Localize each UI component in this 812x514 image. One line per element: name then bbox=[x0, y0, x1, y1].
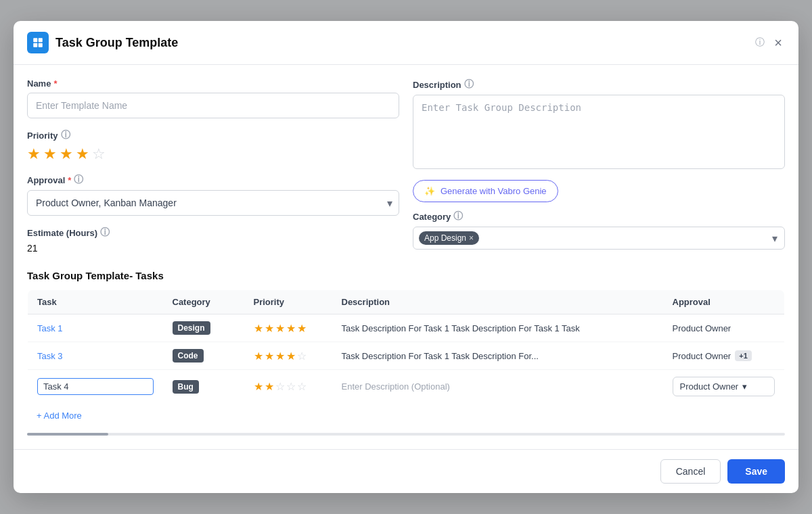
name-field-group: Name* bbox=[27, 78, 399, 118]
approval-select-wrapper: Product Owner, Kanban Manager ▾ bbox=[27, 190, 399, 216]
star-2[interactable]: ★ bbox=[43, 145, 57, 163]
svg-rect-1 bbox=[39, 38, 43, 42]
approval-dropdown[interactable]: Product Owner ▾ bbox=[673, 377, 775, 396]
task-cell: Task 3 bbox=[28, 342, 163, 370]
modal-overlay: Task Group Template ⓘ × Name* bbox=[0, 0, 812, 514]
category-field-group: Category ⓘ App Design × ▾ bbox=[413, 210, 785, 250]
description-field-group: Description ⓘ bbox=[413, 78, 785, 172]
name-label: Name* bbox=[27, 78, 399, 89]
mini-stars: ★ ★ ★ ★ ★ bbox=[254, 322, 323, 335]
table-row: Bug ★ ★ ☆ ☆ ☆ bbox=[28, 370, 785, 404]
col-header-task: Task bbox=[28, 290, 163, 314]
mini-star: ★ bbox=[297, 322, 307, 335]
generate-btn[interactable]: ✨ Generate with Vabro Genie bbox=[413, 180, 558, 202]
template-name-input[interactable] bbox=[27, 93, 399, 118]
priority-field-group: Priority ⓘ ★ ★ ★ ★ ☆ bbox=[27, 129, 399, 163]
modal: Task Group Template ⓘ × Name* bbox=[14, 21, 798, 493]
col-header-category: Category bbox=[163, 290, 244, 314]
description-placeholder: Enter Description (Optional) bbox=[342, 381, 450, 392]
mini-star: ★ bbox=[275, 350, 285, 363]
form-left: Name* Priority ⓘ ★ ★ ★ bbox=[27, 78, 399, 254]
generate-btn-label: Generate with Vabro Genie bbox=[441, 186, 547, 196]
svg-rect-2 bbox=[33, 43, 37, 47]
description-textarea[interactable] bbox=[413, 95, 785, 169]
category-chevron-icon: ▾ bbox=[772, 232, 777, 245]
priority-stars[interactable]: ★ ★ ★ ★ ☆ bbox=[27, 145, 399, 163]
approval-label: Approval* ⓘ bbox=[27, 174, 399, 186]
tasks-table: Task Category Priority Description Appro… bbox=[27, 289, 785, 404]
mini-stars: ★ ★ ☆ ☆ ☆ bbox=[254, 380, 323, 393]
add-more-button[interactable]: + Add More bbox=[27, 404, 785, 427]
category-select-wrapper[interactable]: App Design × ▾ bbox=[413, 227, 785, 250]
approval-cell: Product Owner +1 bbox=[663, 342, 785, 370]
task-name-input[interactable] bbox=[37, 378, 154, 395]
mini-star: ★ bbox=[254, 350, 263, 363]
description-cell: Task Description For Task 1 Task Descrip… bbox=[332, 314, 663, 342]
svg-rect-3 bbox=[39, 43, 43, 47]
mini-star: ★ bbox=[254, 380, 263, 393]
modal-body: Name* Priority ⓘ ★ ★ ★ bbox=[14, 65, 798, 449]
scrollbar-track bbox=[27, 433, 785, 436]
star-5[interactable]: ☆ bbox=[92, 145, 106, 163]
col-header-description: Description bbox=[332, 290, 663, 314]
mini-star: ★ bbox=[265, 380, 274, 393]
category-badge: Code bbox=[173, 349, 204, 363]
scrollbar-thumb bbox=[27, 433, 108, 436]
mini-star: ☆ bbox=[286, 380, 296, 393]
priority-info-icon: ⓘ bbox=[61, 129, 70, 141]
task-link[interactable]: Task 3 bbox=[37, 351, 63, 361]
wand-icon: ✨ bbox=[424, 186, 435, 196]
table-row: Task 3 Code ★ ★ ★ ★ bbox=[28, 342, 785, 370]
tasks-section: Task Group Template- Tasks Task Category… bbox=[27, 270, 785, 436]
mini-star: ★ bbox=[265, 322, 274, 335]
priority-cell: ★ ★ ★ ★ ★ bbox=[244, 314, 332, 342]
category-tag: App Design × bbox=[419, 231, 479, 245]
star-3[interactable]: ★ bbox=[60, 145, 73, 163]
description-info-icon: ⓘ bbox=[464, 78, 474, 91]
title-info-icon: ⓘ bbox=[755, 37, 765, 49]
mini-star: ★ bbox=[265, 350, 274, 363]
tasks-section-title: Task Group Template- Tasks bbox=[27, 270, 785, 281]
task-cell: Task 1 bbox=[28, 314, 163, 342]
category-tag-remove-icon[interactable]: × bbox=[469, 233, 474, 243]
modal-footer: Cancel Save bbox=[14, 449, 798, 493]
description-cell: Task Description For Task 1 Task Descrip… bbox=[332, 342, 663, 370]
approval-text: Product Owner bbox=[673, 323, 731, 333]
approval-field-group: Approval* ⓘ Product Owner, Kanban Manage… bbox=[27, 174, 399, 216]
description-text: Task Description For Task 1 Task Descrip… bbox=[342, 323, 580, 333]
cancel-button[interactable]: Cancel bbox=[660, 459, 721, 484]
approval-info-icon: ⓘ bbox=[74, 174, 83, 186]
mini-star: ☆ bbox=[297, 350, 307, 363]
table-row: Task 1 Design ★ ★ ★ ★ bbox=[28, 314, 785, 342]
mini-star: ★ bbox=[286, 350, 296, 363]
approval-text: Product Owner bbox=[673, 351, 731, 361]
estimate-value: 21 bbox=[27, 243, 399, 254]
close-button[interactable]: × bbox=[771, 33, 785, 52]
priority-cell: ★ ★ ☆ ☆ ☆ bbox=[244, 370, 332, 404]
category-tag-label: App Design bbox=[424, 233, 466, 243]
mini-star: ★ bbox=[275, 322, 285, 335]
description-text: Task Description For Task 1 Task Descrip… bbox=[342, 351, 539, 361]
modal-header: Task Group Template ⓘ × bbox=[14, 21, 798, 65]
star-1[interactable]: ★ bbox=[27, 145, 41, 163]
task-cell bbox=[28, 370, 163, 404]
category-cell: Bug bbox=[163, 370, 244, 404]
mini-star: ★ bbox=[286, 322, 296, 335]
form-right: Description ⓘ ✨ Generate with Vabro Geni… bbox=[413, 78, 785, 254]
approval-cell: Product Owner bbox=[663, 314, 785, 342]
col-header-approval: Approval bbox=[663, 290, 785, 314]
modal-title: Task Group Template bbox=[55, 36, 748, 50]
form-grid: Name* Priority ⓘ ★ ★ ★ bbox=[27, 78, 785, 254]
category-label: Category ⓘ bbox=[413, 210, 785, 223]
description-cell: Enter Description (Optional) bbox=[332, 370, 663, 404]
approval-dropdown-value: Product Owner bbox=[680, 381, 739, 392]
table-header-row: Task Category Priority Description Appro… bbox=[28, 290, 785, 314]
task-link[interactable]: Task 1 bbox=[37, 323, 63, 333]
save-button[interactable]: Save bbox=[727, 459, 785, 484]
priority-label: Priority ⓘ bbox=[27, 129, 399, 141]
approval-dropdown-chevron-icon: ▾ bbox=[742, 381, 747, 392]
col-header-priority: Priority bbox=[244, 290, 332, 314]
approval-select[interactable]: Product Owner, Kanban Manager bbox=[27, 190, 399, 216]
star-4[interactable]: ★ bbox=[76, 145, 89, 163]
category-cell: Design bbox=[163, 314, 244, 342]
